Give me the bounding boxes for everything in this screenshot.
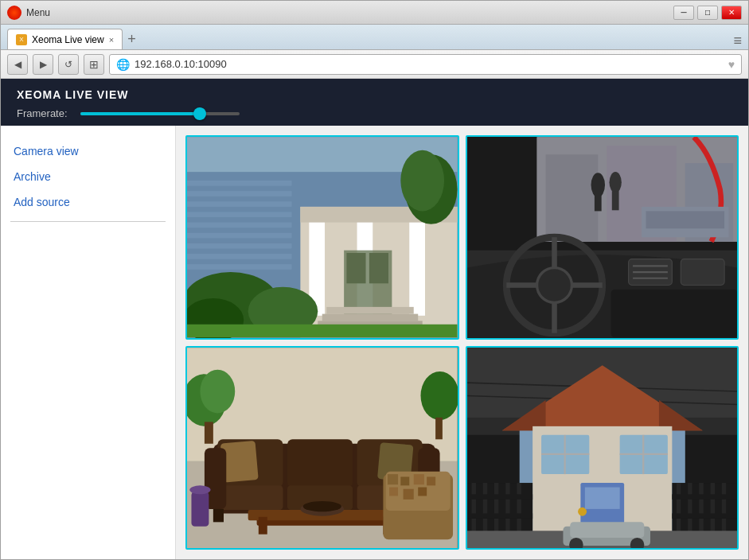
svg-rect-72 <box>213 508 224 521</box>
svg-point-42 <box>536 268 572 303</box>
sidebar-item-camera-view[interactable]: Camera view <box>10 138 166 164</box>
svg-rect-19 <box>326 307 414 314</box>
xeoma-title: XEOMA LIVE VIEW <box>17 88 732 101</box>
svg-rect-124 <box>672 513 737 519</box>
svg-point-90 <box>189 485 210 494</box>
svg-point-77 <box>303 501 341 511</box>
svg-rect-83 <box>400 476 409 485</box>
forward-button[interactable]: ▶ <box>33 54 53 75</box>
address-text: 192.168.0.10:10090 <box>135 58 724 70</box>
camera-cell-1[interactable] <box>185 135 459 340</box>
svg-rect-65 <box>217 485 283 510</box>
svg-rect-35 <box>594 193 601 211</box>
svg-point-34 <box>591 173 605 197</box>
svg-rect-108 <box>584 487 619 508</box>
slider-fill <box>80 112 200 115</box>
svg-rect-116 <box>467 513 532 519</box>
address-bar[interactable]: 🌐 192.168.0.10:10090 ♥ <box>109 54 742 75</box>
nav-bar: ◀ ▶ ↺ ⊞ 🌐 192.168.0.10:10090 ♥ <box>1 50 748 79</box>
slider-thumb[interactable] <box>193 107 206 120</box>
svg-rect-37 <box>611 191 618 210</box>
svg-rect-5 <box>187 212 291 217</box>
tab-close-button[interactable]: × <box>109 35 114 45</box>
svg-rect-82 <box>388 474 398 484</box>
svg-rect-7 <box>187 233 291 239</box>
svg-rect-52 <box>611 290 737 337</box>
title-bar: Menu ─ □ ✕ <box>1 1 748 25</box>
svg-rect-10 <box>187 264 291 270</box>
camera-cell-2[interactable] <box>466 135 739 340</box>
camera-feed-3 <box>187 348 458 549</box>
svg-rect-27 <box>187 325 458 337</box>
bookmark-icon[interactable]: ♥ <box>728 58 735 71</box>
sidebar-item-archive[interactable]: Archive <box>10 164 166 189</box>
camera-feed-1 <box>187 137 458 338</box>
svg-rect-123 <box>672 494 737 500</box>
grid-button[interactable]: ⊞ <box>84 54 104 75</box>
slider-track <box>80 112 240 115</box>
opera-logo <box>7 6 21 20</box>
sidebar-divider <box>10 221 166 222</box>
main-area: Camera view Archive Add source <box>1 126 748 559</box>
svg-rect-8 <box>187 243 291 249</box>
camera-feed-4 <box>467 348 738 549</box>
svg-rect-115 <box>467 494 532 500</box>
browser-window: Menu ─ □ ✕ X Xeoma Live view × + ≡ ◀ ▶ ↺… <box>0 0 749 560</box>
svg-point-57 <box>200 369 235 413</box>
framerate-label: Framerate: <box>17 107 68 119</box>
svg-point-26 <box>400 150 444 212</box>
reload-button[interactable]: ↺ <box>58 54 79 75</box>
svg-rect-60 <box>435 417 443 438</box>
svg-rect-14 <box>409 211 425 315</box>
svg-rect-87 <box>404 488 414 499</box>
svg-rect-9 <box>187 254 291 259</box>
new-tab-button[interactable]: + <box>127 29 136 49</box>
sidebar: Camera view Archive Add source <box>1 126 176 559</box>
restore-button[interactable]: □ <box>697 6 718 20</box>
svg-rect-31 <box>545 154 598 242</box>
svg-rect-89 <box>191 492 209 527</box>
tab-favicon: X <box>16 34 27 45</box>
svg-rect-78 <box>259 516 267 534</box>
svg-rect-4 <box>187 201 291 207</box>
tab-menu-icon[interactable]: ≡ <box>733 33 742 49</box>
svg-rect-63 <box>287 439 353 487</box>
svg-rect-20 <box>322 314 418 321</box>
tab-bar: X Xeoma Live view × + ≡ <box>1 25 748 50</box>
close-button[interactable]: ✕ <box>721 6 742 20</box>
back-button[interactable]: ◀ <box>7 54 28 75</box>
framerate-slider[interactable] <box>80 112 240 115</box>
svg-point-59 <box>421 371 458 419</box>
svg-rect-17 <box>346 253 365 283</box>
title-bar-buttons: ─ □ ✕ <box>673 6 742 20</box>
svg-rect-39 <box>646 211 724 228</box>
framerate-row: Framerate: <box>17 107 732 119</box>
sidebar-item-add-source[interactable]: Add source <box>10 189 166 215</box>
svg-rect-58 <box>205 422 213 443</box>
svg-rect-2 <box>187 181 291 186</box>
camera-cell-3[interactable] <box>185 346 459 550</box>
svg-rect-85 <box>427 476 435 485</box>
svg-rect-6 <box>187 223 291 228</box>
tab-label: Xeoma Live view <box>32 34 104 45</box>
camera-feed-2 <box>467 137 738 338</box>
svg-rect-3 <box>187 191 291 196</box>
minimize-button[interactable]: ─ <box>673 6 694 20</box>
camera-cell-4[interactable] <box>466 346 739 550</box>
svg-rect-88 <box>418 487 427 496</box>
tab-bar-right: ≡ <box>136 33 742 49</box>
active-tab[interactable]: X Xeoma Live view × <box>7 29 123 49</box>
camera-grid <box>176 126 748 559</box>
svg-rect-86 <box>389 487 398 496</box>
globe-icon: 🌐 <box>116 58 130 71</box>
title-bar-text: Menu <box>26 7 673 18</box>
svg-point-36 <box>609 172 621 192</box>
svg-rect-51 <box>681 259 724 286</box>
svg-rect-18 <box>369 253 388 283</box>
xeoma-header: XEOMA LIVE VIEW Framerate: <box>1 79 748 126</box>
page-content: XEOMA LIVE VIEW Framerate: Camera view A… <box>1 79 748 559</box>
svg-rect-84 <box>414 474 424 484</box>
svg-rect-127 <box>570 522 644 538</box>
